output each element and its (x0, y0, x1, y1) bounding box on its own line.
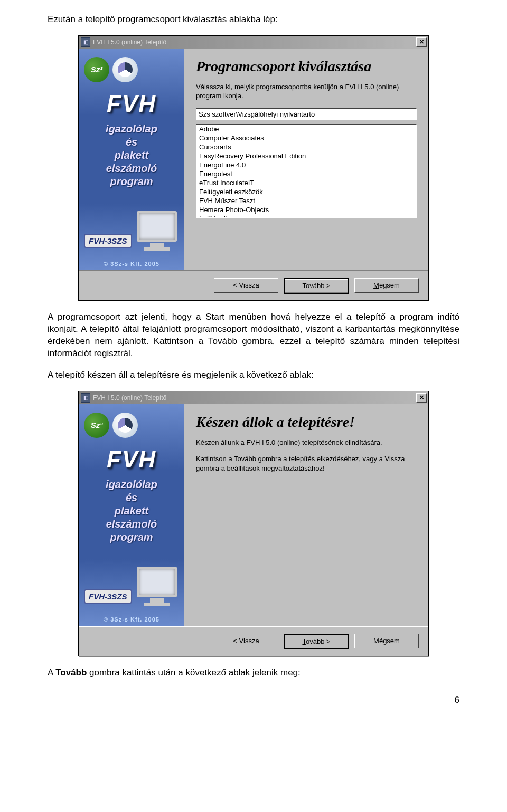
sidebar-line: plakett (115, 505, 148, 517)
wizard-button-row: < Vissza Tovább > Mégsem (79, 626, 428, 656)
next-button[interactable]: Tovább > (284, 634, 349, 649)
list-item[interactable]: Indítópult (196, 214, 416, 218)
list-item[interactable]: EasyRecovery Professional Edition (196, 151, 416, 160)
body-paragraph-4: A Tovább gombra kattintás után a követke… (48, 667, 459, 679)
installer-window-ready: ◧ FVH I 5.0 (online) Telepítő ✕ Sz³ FVH … (78, 391, 429, 656)
next-rest-label: ovább > (306, 637, 331, 645)
cancel-button[interactable]: Mégsem (354, 634, 419, 648)
sidebar-footer: © 3Sz-s Kft. 2005 (79, 261, 184, 267)
back-button[interactable]: < Vissza (214, 634, 278, 648)
logo-swirl-icon (112, 413, 138, 438)
installer-window-program-group: ◧ FVH I 5.0 (online) Telepítő ✕ Sz³ FVH … (78, 35, 429, 301)
app-icon: ◧ (81, 37, 90, 47)
sidebar-line: plakett (115, 149, 148, 161)
titlebar: ◧ FVH I 5.0 (online) Telepítő ✕ (79, 36, 428, 49)
monitor-icon (134, 567, 179, 605)
logo-sz3-icon: Sz³ (84, 413, 109, 438)
body-paragraph-2: A programcsoport azt jelenti, hogy a Sta… (48, 311, 459, 360)
sidebar-line: igazolólap (106, 479, 157, 490)
app-icon: ◧ (81, 393, 90, 403)
list-item[interactable]: Energotest (196, 169, 416, 178)
next-rest-label: ovább > (306, 282, 331, 290)
sidebar-subtitle: igazolólap és plakett elszámoló program (79, 122, 184, 188)
brand-text: FVH (79, 446, 184, 473)
wizard-main-panel: Programcsoport kiválasztása Válassza ki,… (184, 49, 428, 270)
page-heading: Készen állok a telepítésre! (196, 414, 417, 431)
logo-swirl-icon (112, 57, 138, 82)
sidebar-tag: FVH-3SZS (84, 234, 132, 248)
cancel-underline: M (373, 281, 379, 289)
para4-pre: A (48, 667, 55, 677)
program-group-input[interactable] (196, 108, 417, 120)
list-item[interactable]: Hemera Photo-Objects (196, 205, 416, 214)
cancel-rest-label: égsem (379, 281, 400, 289)
back-button[interactable]: < Vissza (214, 278, 278, 293)
list-item[interactable]: Cursorarts (196, 142, 416, 151)
window-title: FVH I 5.0 (online) Telepítő (93, 39, 415, 46)
sidebar-line: elszámoló (106, 518, 157, 530)
cancel-button[interactable]: Mégsem (354, 278, 419, 293)
wizard-main-panel: Készen állok a telepítésre! Készen állun… (184, 404, 428, 626)
cancel-underline: M (373, 637, 379, 645)
para4-bold: Tovább (55, 667, 87, 677)
close-icon[interactable]: ✕ (416, 393, 427, 403)
sidebar-line: elszámoló (106, 163, 157, 174)
logo-sz3-icon: Sz³ (84, 57, 109, 82)
body-paragraph-3: A telepítő készen áll a telepítésre és m… (48, 369, 459, 381)
sidebar-subtitle: igazolólap és plakett elszámoló program (79, 478, 184, 544)
page-number: 6 (48, 695, 459, 705)
list-item[interactable]: Computer Associates (196, 133, 416, 142)
para4-post: gombra kattintás után a következő ablak … (87, 667, 300, 677)
sidebar-line: program (110, 531, 153, 543)
sidebar-tag: FVH-3SZS (84, 589, 132, 604)
page-description-1: Készen állunk a FVH I 5.0 (online) telep… (196, 438, 417, 447)
list-item[interactable]: FVH Műszer Teszt (196, 196, 416, 205)
brand-text: FVH (79, 91, 184, 117)
sidebar-line: igazolólap (106, 123, 157, 135)
intro-paragraph: Ezután a telepítő programcsoport kiválas… (48, 14, 459, 26)
next-button[interactable]: Tovább > (284, 278, 349, 294)
program-group-listbox[interactable]: AdobeComputer AssociatesCursorartsEasyRe… (196, 124, 417, 218)
sidebar-footer: © 3Sz-s Kft. 2005 (79, 616, 184, 623)
window-title: FVH I 5.0 (online) Telepítő (93, 394, 415, 402)
page-description: Válassza ki, melyik programcsoportba ker… (196, 82, 417, 101)
page-description-2: Kattintson a Tovább gombra a telepítés e… (196, 454, 417, 473)
cancel-rest-label: égsem (379, 637, 400, 645)
list-item[interactable]: EnergoLine 4.0 (196, 160, 416, 169)
monitor-icon (134, 211, 179, 249)
sidebar-line: és (126, 136, 137, 148)
list-item[interactable]: eTrust InoculateIT (196, 178, 416, 187)
wizard-sidebar: Sz³ FVH igazolólap és plakett elszámoló … (79, 404, 184, 626)
close-icon[interactable]: ✕ (416, 37, 427, 47)
page-heading: Programcsoport kiválasztása (196, 58, 417, 75)
list-item[interactable]: Adobe (196, 125, 416, 133)
wizard-button-row: < Vissza Tovább > Mégsem (79, 270, 428, 300)
titlebar: ◧ FVH I 5.0 (online) Telepítő ✕ (79, 391, 428, 404)
sidebar-line: program (110, 176, 153, 187)
list-item[interactable]: Felügyeleti eszközök (196, 187, 416, 196)
wizard-sidebar: Sz³ FVH igazolólap és plakett elszámoló … (79, 49, 184, 270)
sidebar-line: és (126, 492, 137, 503)
